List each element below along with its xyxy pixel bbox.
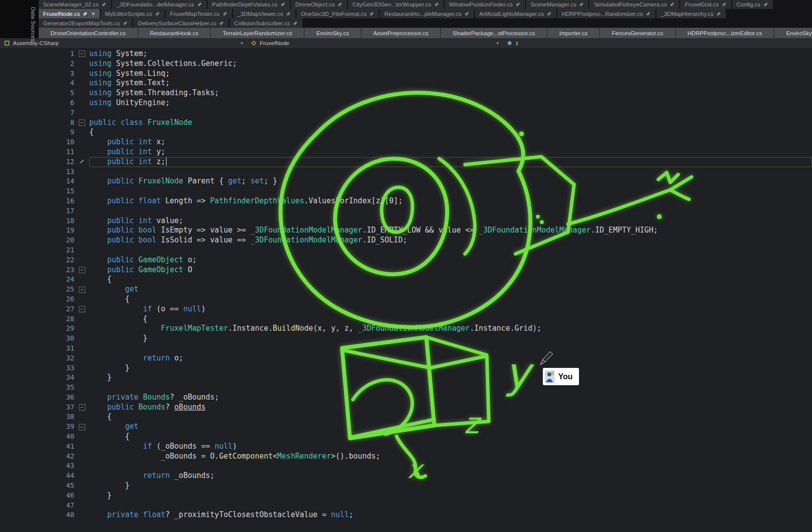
editor-tab[interactable]: FencesGenerator.cs (600, 28, 675, 38)
editor-tab[interactable]: _3DMapHierarchy.cs (656, 9, 726, 18)
code-line[interactable]: 8−public class FruxelNode (0, 118, 812, 128)
code-line[interactable]: 12 public int z; (0, 157, 812, 167)
code-line[interactable]: 20 public bool IsSolid => value == _3DFo… (0, 236, 812, 245)
code-line[interactable]: 31 (0, 344, 812, 354)
editor-tab[interactable]: DeliverySurfaceClassHelper.cs (133, 18, 229, 28)
code-line[interactable]: 42 _oBounds = O.GetComponent<MeshRendere… (0, 452, 812, 462)
code-line[interactable]: 41 if (_oBounds == null) (0, 442, 812, 452)
code-line[interactable]: 43 (0, 461, 812, 471)
code-line[interactable]: 32 return o; (0, 354, 812, 363)
editor-tab[interactable]: WindowPositionFinder.cs (445, 0, 525, 9)
editor-tab[interactable]: EnviroSky.cs (304, 28, 361, 38)
member-dropdown[interactable]: z (503, 38, 812, 48)
type-dropdown[interactable]: FruxelNode ▾ (247, 38, 503, 48)
code-line[interactable]: 26 { (0, 295, 812, 304)
code-line[interactable]: 28 { (0, 314, 812, 324)
editor-tab[interactable]: _3DFoundatio...delManager.cs (112, 0, 207, 9)
code-line[interactable]: 23− public GameObject O (0, 265, 812, 275)
code-editor[interactable]: 1−using System;2using System.Collections… (0, 48, 812, 532)
pin-icon[interactable] (338, 2, 343, 7)
editor-tab[interactable]: HDRPPostproc...izerEditor.cs (676, 28, 774, 38)
code-line[interactable]: 45 } (0, 481, 812, 491)
code-line[interactable]: 1−using System; (0, 49, 812, 59)
code-line[interactable]: 4using System.Text; (0, 78, 812, 88)
pin-icon[interactable] (219, 21, 224, 26)
editor-tab[interactable]: SceneManager.cs (526, 0, 588, 9)
editor-tab[interactable]: Generator2ExportMapTools.cs (39, 18, 132, 28)
code-line[interactable]: 19 public bool IsEmpty => value >= _3DFo… (0, 226, 812, 236)
editor-tab[interactable]: EnviroSkyMgr.cs (774, 28, 812, 38)
code-line[interactable]: 36 private Bounds? _oBounds; (0, 393, 812, 403)
fold-collapse-icon[interactable]: − (79, 306, 85, 312)
editor-tab[interactable]: SimulatedFisheyeCamera.cs (589, 0, 679, 9)
pin-icon[interactable] (434, 2, 439, 7)
pin-icon[interactable] (646, 11, 651, 16)
code-line[interactable]: 9{ (0, 127, 812, 137)
editor-tab[interactable]: RestaurantHook.cs (138, 28, 211, 38)
code-line[interactable]: 30 } (0, 334, 812, 344)
code-line[interactable]: 15 (0, 186, 812, 196)
editor-tab[interactable]: Importer.cs (547, 28, 599, 38)
close-icon[interactable]: × (91, 10, 95, 17)
editor-tab[interactable]: HDRPPostproc...Randomizer.cs (557, 9, 655, 18)
editor-tab[interactable]: RestaurantHo...pleManager.cs (380, 9, 473, 18)
editor-tab[interactable]: MyEditorScripts.cs (101, 9, 165, 18)
pin-icon[interactable] (670, 2, 675, 7)
pin-icon[interactable] (293, 21, 298, 26)
code-line[interactable]: 2using System.Collections.Generic; (0, 59, 812, 69)
pin-icon[interactable] (83, 11, 88, 16)
pin-icon[interactable] (763, 2, 768, 7)
code-line[interactable]: 46 } (0, 491, 812, 501)
code-line[interactable]: 21 (0, 245, 812, 255)
editor-tab[interactable]: ArtificialLightsManager.cs (475, 9, 556, 18)
code-line[interactable]: 7 (0, 108, 812, 118)
pin-icon[interactable] (464, 11, 469, 16)
pin-icon[interactable] (155, 11, 160, 16)
code-line[interactable]: 13 (0, 167, 812, 177)
pin-icon[interactable] (281, 2, 286, 7)
editor-tab[interactable]: ShaderPackage...stProcessor.cs (441, 28, 547, 38)
editor-tab[interactable]: PathfinderDepthValues.cs (208, 0, 290, 9)
code-line[interactable]: 37− public Bounds? oBounds (0, 403, 812, 413)
fold-collapse-icon[interactable]: − (79, 119, 85, 126)
pin-icon[interactable] (123, 21, 128, 26)
code-line[interactable]: 39− get (0, 422, 812, 432)
code-line[interactable]: 17 (0, 206, 812, 216)
data-sources-tab[interactable]: Data Sources (28, 7, 38, 57)
editor-tab[interactable]: DroneOrientationController.cs (39, 28, 138, 38)
code-line[interactable]: 35 (0, 383, 812, 393)
code-line[interactable]: 24 { (0, 275, 812, 285)
editor-tab[interactable]: FruxelGrid.cs (680, 0, 731, 9)
pin-icon[interactable] (547, 11, 552, 16)
fold-collapse-icon[interactable]: − (79, 267, 85, 273)
fold-collapse-icon[interactable]: − (79, 404, 85, 411)
code-line[interactable]: 33 } (0, 363, 812, 373)
editor-tab[interactable]: AssetPreprocessor.cs (361, 28, 440, 38)
pin-icon[interactable] (516, 2, 521, 7)
editor-tab[interactable]: DroneObject.cs (291, 0, 347, 9)
pin-icon[interactable] (102, 2, 107, 7)
editor-tab[interactable]: CityGen3DGen...torWrapper.cs (348, 0, 444, 9)
pin-icon[interactable] (722, 2, 727, 7)
code-line[interactable]: 5using System.Threading.Tasks; (0, 88, 812, 98)
code-line[interactable]: 38 { (0, 412, 812, 422)
pin-icon[interactable] (223, 11, 228, 16)
code-line[interactable]: 18 public int value; (0, 216, 812, 226)
code-line[interactable]: 11 public int y; (0, 147, 812, 157)
editor-tab[interactable]: CollisionSubscriber.cs (230, 18, 302, 28)
code-line[interactable]: 10 public int x; (0, 137, 812, 147)
pin-icon[interactable] (197, 2, 202, 7)
code-line[interactable]: 14 public FruxelNode Parent { get; set; … (0, 177, 812, 186)
editor-tab[interactable]: SceneManager_02.cs (39, 0, 111, 9)
editor-tab[interactable]: OneSec3D_FileFormat.cs (296, 9, 379, 18)
code-line[interactable]: 47 (0, 501, 812, 511)
fold-collapse-icon[interactable]: − (79, 287, 85, 293)
code-line[interactable]: 40 { (0, 432, 812, 442)
code-line[interactable]: 16 public float Length => PathfinderDept… (0, 196, 812, 206)
code-line[interactable]: 34 } (0, 373, 812, 383)
code-line[interactable]: 25− get (0, 285, 812, 295)
editor-tab[interactable]: _3DMapViewer.cs (233, 9, 295, 18)
editor-tab[interactable]: Config.cs (732, 0, 773, 9)
editor-tab[interactable]: TerrainLayerRandomizer.cs (211, 28, 304, 38)
fold-collapse-icon[interactable]: − (79, 424, 85, 430)
